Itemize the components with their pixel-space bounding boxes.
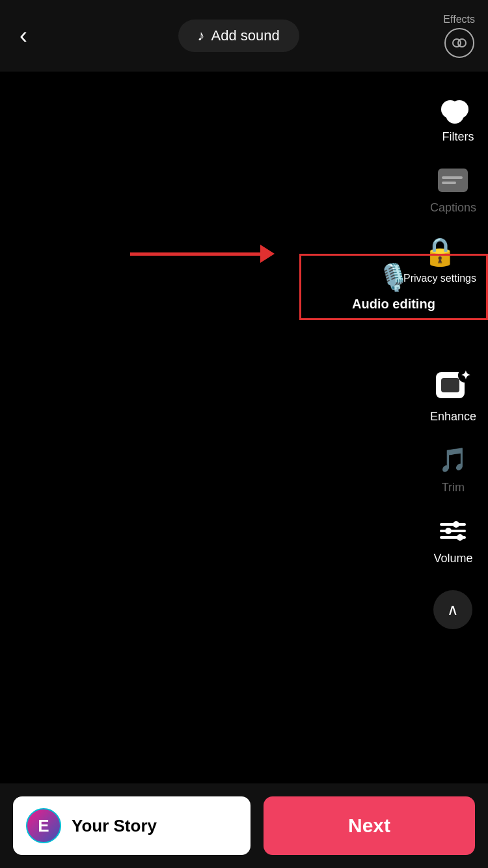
effects-label: Effects bbox=[443, 14, 475, 25]
arrow-head bbox=[260, 245, 275, 263]
your-story-label: Your Story bbox=[72, 816, 157, 836]
trim-label: Trim bbox=[442, 481, 465, 495]
enhance-tool[interactable]: ✦ Enhance bbox=[430, 371, 476, 424]
collapse-button[interactable]: ∧ bbox=[433, 590, 472, 629]
chevron-up-icon: ∧ bbox=[447, 601, 459, 619]
volume-tool[interactable]: Volume bbox=[433, 513, 472, 565]
back-button[interactable]: ‹ bbox=[13, 16, 34, 56]
effects-area[interactable]: Effects bbox=[443, 14, 475, 58]
music-icon: ♪ bbox=[198, 27, 205, 44]
next-label: Next bbox=[348, 815, 390, 837]
filters-tool[interactable]: Filters bbox=[440, 91, 476, 144]
trim-icon-wrap: 🎵 bbox=[435, 442, 471, 478]
mic-star-icon: 🎙️ bbox=[377, 262, 410, 293]
filters-icon-wrap bbox=[440, 91, 476, 128]
enhance-label: Enhance bbox=[430, 410, 476, 424]
audio-editing-tool[interactable]: 🎙️ Audio editing bbox=[299, 254, 488, 320]
volume-icon bbox=[440, 523, 466, 539]
svg-point-1 bbox=[458, 39, 466, 47]
volume-icon-wrap bbox=[435, 513, 471, 549]
next-button[interactable]: Next bbox=[264, 796, 475, 855]
captions-icon-wrap bbox=[435, 162, 471, 198]
filters-label: Filters bbox=[442, 130, 474, 144]
your-story-button[interactable]: E Your Story bbox=[13, 796, 251, 855]
captions-icon bbox=[438, 169, 468, 192]
red-arrow bbox=[130, 245, 275, 263]
trim-tool[interactable]: 🎵 Trim bbox=[435, 442, 471, 495]
arrow-line bbox=[130, 252, 260, 256]
effects-icon bbox=[444, 28, 474, 58]
top-bar: ‹ ♪ Add sound Effects bbox=[0, 0, 488, 72]
captions-tool[interactable]: Captions bbox=[430, 162, 476, 215]
volume-label: Volume bbox=[433, 552, 472, 565]
bottom-bar: E Your Story Next bbox=[0, 783, 488, 868]
audio-editing-label: Audio editing bbox=[352, 297, 435, 312]
enhance-icon: ✦ bbox=[436, 372, 470, 406]
trim-icon: 🎵 bbox=[439, 446, 468, 474]
add-sound-button[interactable]: ♪ Add sound bbox=[178, 20, 299, 52]
add-sound-label: Add sound bbox=[211, 27, 280, 44]
captions-label: Captions bbox=[430, 201, 476, 215]
enhance-icon-wrap: ✦ bbox=[435, 371, 471, 407]
filters-icon bbox=[441, 96, 475, 122]
avatar: E bbox=[26, 808, 61, 843]
